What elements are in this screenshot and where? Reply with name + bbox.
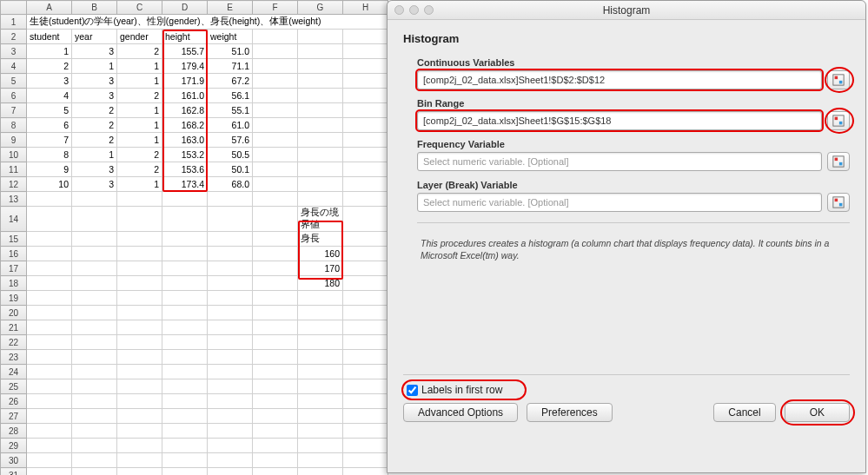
cell[interactable] xyxy=(343,350,388,365)
corner-cell[interactable] xyxy=(1,1,27,15)
cell[interactable] xyxy=(117,439,162,453)
cell[interactable] xyxy=(162,291,208,306)
cell[interactable] xyxy=(72,320,117,335)
rowhead[interactable]: 10 xyxy=(1,148,27,162)
colhead-E[interactable]: E xyxy=(208,1,253,15)
cell[interactable]: 153.6 xyxy=(162,162,208,177)
cell[interactable] xyxy=(343,424,388,439)
cell[interactable] xyxy=(298,365,343,379)
cell[interactable]: 50.5 xyxy=(208,148,253,162)
cell[interactable] xyxy=(298,350,343,365)
hdr-height[interactable]: height xyxy=(162,30,208,44)
cell[interactable] xyxy=(72,453,117,468)
cell[interactable]: 2 xyxy=(117,89,162,103)
cell[interactable] xyxy=(208,232,253,247)
cell[interactable]: 173.4 xyxy=(162,177,208,192)
cell[interactable]: 2 xyxy=(72,133,117,148)
cell[interactable] xyxy=(208,320,253,335)
rowhead[interactable]: 29 xyxy=(1,439,27,453)
cell[interactable]: 4 xyxy=(27,89,72,103)
hdr-gender[interactable]: gender xyxy=(117,30,162,44)
rowhead[interactable]: 12 xyxy=(1,177,27,192)
cell[interactable] xyxy=(208,192,253,207)
cell[interactable]: 61.0 xyxy=(208,118,253,133)
rowhead[interactable]: 28 xyxy=(1,424,27,439)
cell[interactable]: 180 xyxy=(298,276,343,291)
cell[interactable]: 2 xyxy=(27,59,72,74)
labels-first-row-checkbox[interactable] xyxy=(407,385,418,396)
cell[interactable] xyxy=(253,148,298,162)
cell[interactable] xyxy=(253,409,298,424)
title-cell[interactable]: 生徒(student)の学年(year)、性別(gender)、身長(heigh… xyxy=(27,15,388,30)
cell[interactable]: 56.1 xyxy=(208,89,253,103)
rowhead[interactable]: 25 xyxy=(1,379,27,394)
cell[interactable] xyxy=(343,192,388,207)
cell[interactable] xyxy=(253,335,298,350)
rowhead[interactable]: 9 xyxy=(1,133,27,148)
cell[interactable] xyxy=(208,424,253,439)
cell[interactable] xyxy=(253,232,298,247)
lv-picker-button[interactable] xyxy=(827,193,850,212)
cell[interactable] xyxy=(27,291,72,306)
cell[interactable] xyxy=(117,335,162,350)
cell[interactable] xyxy=(343,44,388,59)
hdr-student[interactable]: student xyxy=(27,30,72,44)
cell[interactable]: 1 xyxy=(117,133,162,148)
cell[interactable] xyxy=(343,118,388,133)
cell[interactable] xyxy=(162,379,208,394)
hdr-weight[interactable]: weight xyxy=(208,30,253,44)
cancel-button[interactable]: Cancel xyxy=(713,403,775,422)
cell[interactable] xyxy=(343,291,388,306)
cell[interactable]: 71.1 xyxy=(208,59,253,74)
cv-input[interactable] xyxy=(417,70,822,89)
rowhead[interactable]: 23 xyxy=(1,350,27,365)
cell[interactable]: 3 xyxy=(72,44,117,59)
cell[interactable] xyxy=(253,394,298,409)
cell[interactable] xyxy=(253,118,298,133)
cell[interactable]: 2 xyxy=(117,44,162,59)
cell[interactable] xyxy=(117,394,162,409)
cell[interactable] xyxy=(27,232,72,247)
cell[interactable] xyxy=(343,133,388,148)
cell[interactable] xyxy=(298,468,343,476)
cell[interactable] xyxy=(117,320,162,335)
cell[interactable] xyxy=(253,44,298,59)
cell[interactable] xyxy=(253,320,298,335)
cell[interactable] xyxy=(117,453,162,468)
cell[interactable]: 153.2 xyxy=(162,148,208,162)
cell[interactable] xyxy=(72,232,117,247)
cell[interactable] xyxy=(162,247,208,261)
cell[interactable] xyxy=(27,365,72,379)
preferences-button[interactable]: Preferences xyxy=(527,403,613,422)
rowhead[interactable]: 31 xyxy=(1,468,27,476)
cell[interactable] xyxy=(162,306,208,320)
cell[interactable] xyxy=(298,409,343,424)
cell[interactable] xyxy=(343,148,388,162)
cell[interactable] xyxy=(117,409,162,424)
cell[interactable] xyxy=(298,320,343,335)
rowhead[interactable]: 18 xyxy=(1,276,27,291)
cell[interactable] xyxy=(253,261,298,276)
rowhead[interactable]: 21 xyxy=(1,320,27,335)
cell[interactable]: 155.7 xyxy=(162,44,208,59)
cell[interactable] xyxy=(343,306,388,320)
rowhead[interactable]: 6 xyxy=(1,89,27,103)
cell[interactable] xyxy=(72,276,117,291)
cell[interactable] xyxy=(343,365,388,379)
cell[interactable] xyxy=(27,306,72,320)
cell[interactable] xyxy=(298,439,343,453)
cell[interactable] xyxy=(298,424,343,439)
cell[interactable] xyxy=(343,335,388,350)
cell[interactable]: 161.0 xyxy=(162,89,208,103)
cell[interactable] xyxy=(162,232,208,247)
cell[interactable] xyxy=(162,276,208,291)
rowhead[interactable]: 16 xyxy=(1,247,27,261)
cell[interactable] xyxy=(343,30,388,44)
cell[interactable] xyxy=(343,89,388,103)
cell[interactable] xyxy=(253,74,298,89)
cell[interactable] xyxy=(343,247,388,261)
cell[interactable] xyxy=(208,365,253,379)
cell[interactable] xyxy=(162,207,208,232)
cell[interactable] xyxy=(27,468,72,476)
cell[interactable] xyxy=(253,89,298,103)
